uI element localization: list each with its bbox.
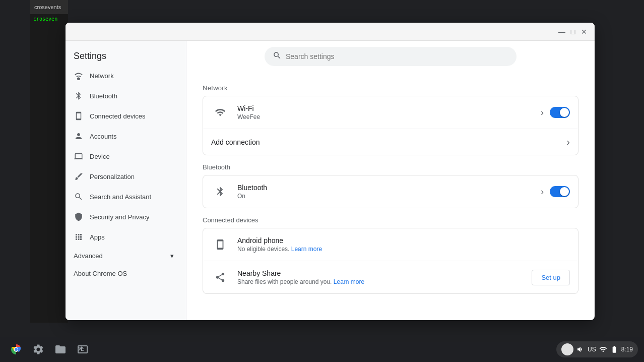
advanced-label: Advanced (74, 252, 103, 260)
connected-devices-section-title: Connected devices (203, 216, 578, 224)
android-phone-subtitle: No eligible devices. Learn more (237, 246, 570, 253)
search-bar-area (186, 41, 595, 72)
search-icon-bar (273, 51, 282, 62)
shield-icon (74, 212, 84, 222)
minimize-button[interactable]: — (557, 27, 566, 36)
about-label: About Chrome OS (74, 270, 127, 277)
sidebar-item-apps-label: Apps (90, 233, 105, 241)
phone-icon (74, 111, 84, 121)
network-section-title: Network (203, 84, 578, 92)
sidebar-item-device-label: Device (90, 153, 110, 160)
taskbar-files[interactable] (50, 339, 71, 359)
nearby-share-subtitle: Share files with people around you. Lear… (237, 278, 532, 285)
bluetooth-row[interactable]: Bluetooth On › (203, 175, 578, 208)
sidebar-item-personalization-label: Personalization (90, 173, 135, 180)
tray-avatar (561, 343, 573, 355)
android-phone-title: Android phone (237, 236, 570, 245)
bluetooth-icon (74, 91, 84, 101)
us-label: US (588, 346, 596, 353)
wifi-toggle[interactable] (550, 107, 570, 118)
window-body: Settings Network Bluetooth (66, 41, 595, 320)
settings-window: — □ ✕ Settings Network (66, 23, 595, 320)
wifi-chevron-right-icon: › (541, 107, 544, 118)
wifi-title: Wi-Fi (237, 104, 541, 112)
android-icon (211, 235, 229, 254)
sidebar-item-bluetooth[interactable]: Bluetooth (66, 86, 182, 106)
android-phone-text: Android phone No eligible devices. Learn… (237, 236, 570, 253)
android-learn-more-link[interactable]: Learn more (291, 246, 322, 253)
bluetooth-row-text: Bluetooth On (237, 184, 541, 200)
system-tray[interactable]: US 8:19 (556, 341, 638, 357)
sidebar-item-search-assistant[interactable]: Search and Assistant (66, 187, 182, 207)
sidebar: Settings Network Bluetooth (66, 41, 186, 320)
sidebar-item-network-label: Network (90, 72, 114, 80)
sidebar-item-accounts-label: Accounts (90, 133, 116, 140)
search-input[interactable] (286, 52, 508, 61)
bluetooth-toggle[interactable] (550, 186, 570, 197)
window-titlebar: — □ ✕ (66, 23, 595, 41)
terminal-title: crosevents (34, 4, 61, 10)
battery-icon (610, 345, 618, 353)
sidebar-item-search-assistant-label: Search and Assistant (90, 193, 151, 201)
bluetooth-row-icon (211, 183, 229, 201)
search-bar (265, 47, 517, 66)
terminal-header: crosevents (30, 0, 68, 14)
taskbar-settings[interactable] (28, 339, 48, 359)
laptop-icon (74, 151, 84, 161)
wifi-actions: › (541, 107, 570, 118)
sidebar-item-network[interactable]: Network (66, 66, 182, 86)
sidebar-item-bluetooth-label: Bluetooth (90, 92, 117, 100)
close-button[interactable]: ✕ (579, 27, 589, 36)
taskbar-left (6, 339, 93, 359)
bluetooth-section-title: Bluetooth (203, 163, 578, 171)
sidebar-item-apps[interactable]: Apps (66, 227, 182, 247)
apps-icon (74, 232, 84, 242)
network-card: Wi-Fi WeeFee › Add connection › (203, 96, 578, 155)
bluetooth-actions: › (541, 186, 570, 197)
wifi-row-icon (211, 103, 229, 122)
add-connection-chevron-icon: › (566, 136, 570, 148)
wifi-network: WeeFee (237, 113, 541, 120)
bluetooth-title: Bluetooth (237, 184, 541, 192)
main-content: Network Wi-Fi WeeFee (186, 41, 595, 320)
sidebar-advanced[interactable]: Advanced ▾ (66, 247, 182, 265)
connected-devices-card: Android phone No eligible devices. Learn… (203, 228, 578, 294)
sidebar-about[interactable]: About Chrome OS (66, 265, 182, 282)
search-icon (74, 192, 84, 202)
add-connection-row[interactable]: Add connection › (203, 129, 578, 155)
sidebar-title: Settings (66, 45, 186, 66)
svg-point-2 (15, 348, 18, 351)
add-connection-label: Add connection (211, 138, 260, 146)
wifi-row[interactable]: Wi-Fi WeeFee › (203, 96, 578, 129)
setup-button[interactable]: Set up (532, 270, 570, 285)
maximize-button[interactable]: □ (568, 27, 577, 36)
taskbar-terminal[interactable] (73, 339, 93, 359)
nearby-share-learn-more-link[interactable]: Learn more (334, 278, 364, 285)
android-phone-row[interactable]: Android phone No eligible devices. Learn… (203, 228, 578, 261)
sidebar-item-connected-devices[interactable]: Connected devices (66, 106, 182, 126)
time-display: 8:19 (621, 346, 633, 353)
sidebar-item-device[interactable]: Device (66, 146, 182, 166)
sidebar-item-personalization[interactable]: Personalization (66, 166, 182, 187)
bluetooth-card: Bluetooth On › (203, 175, 578, 208)
bluetooth-chevron-right-icon: › (541, 187, 544, 197)
brush-icon (74, 171, 84, 182)
chevron-down-icon: ▾ (170, 252, 174, 260)
bluetooth-status: On (237, 193, 541, 200)
content-area: Network Wi-Fi WeeFee (186, 72, 595, 320)
volume-icon (576, 345, 585, 353)
taskbar-wifi-icon (599, 345, 607, 353)
taskbar-chrome[interactable] (6, 339, 26, 359)
sidebar-item-accounts[interactable]: Accounts (66, 126, 182, 146)
taskbar: US 8:19 (0, 337, 644, 362)
sidebar-item-security-privacy-label: Security and Privacy (90, 213, 150, 221)
wifi-row-text: Wi-Fi WeeFee (237, 104, 541, 120)
sidebar-item-security-privacy[interactable]: Security and Privacy (66, 207, 182, 227)
nearby-share-row: Nearby Share Share files with people aro… (203, 261, 578, 293)
nearby-share-icon (211, 268, 229, 286)
nearby-share-title: Nearby Share (237, 269, 532, 277)
nearby-share-actions: Set up (532, 270, 570, 285)
terminal-content: croseven (30, 14, 68, 24)
sidebar-item-connected-devices-label: Connected devices (90, 112, 146, 120)
terminal-window: crosevents croseven (30, 0, 68, 323)
